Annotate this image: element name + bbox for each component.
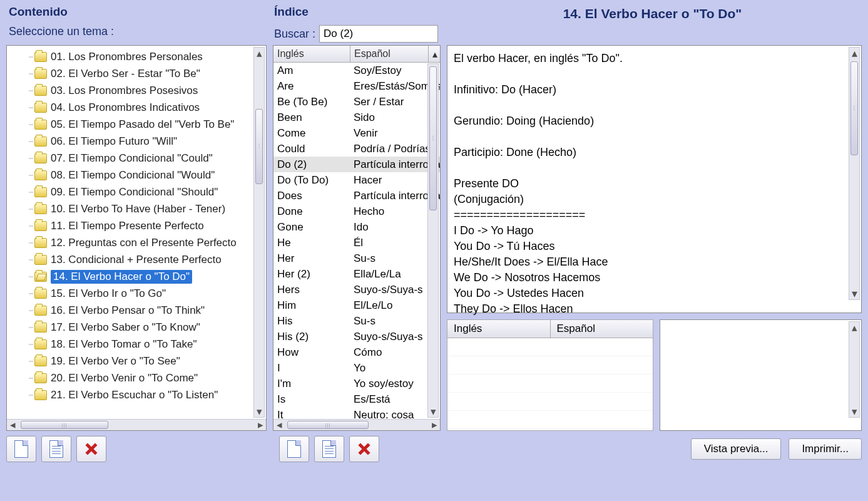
index-row[interactable]: ComeVenir [273,125,440,141]
tree-item[interactable]: ┈08. El Tiempo Condicional "Would" [7,167,266,183]
tree-item[interactable]: ┈02. El Verbo Ser - Estar "To Be" [7,65,266,82]
delete-button-2[interactable] [349,436,379,462]
mini-table[interactable]: Inglés Español [447,319,653,431]
index-row[interactable]: His (2)Suyo-s/Suya-s [273,329,440,344]
tree-item[interactable]: ┈12. Preguntas con el Presente Perfecto [7,234,266,251]
tree-connector-icon: ┈ [19,256,32,264]
x-icon [356,441,372,457]
tree-vertical-scrollbar[interactable]: ▴ ▾ [253,47,265,418]
folder-icon [34,356,47,366]
index-row[interactable]: HowCómo [273,344,440,360]
index-row[interactable]: Be (To Be)Ser / Estar [273,94,440,110]
tree-item[interactable]: ┈06. El Tiempo Futuro "Will" [7,133,266,150]
mini-col-spanish[interactable]: Español [550,319,654,338]
index-cell-en: Gone [273,221,351,234]
folder-icon [34,306,47,316]
index-col-spanish[interactable]: Español [350,46,429,62]
new-doc-button-2[interactable] [279,436,309,462]
index-row[interactable]: ItNeutro: cosa [273,407,440,419]
tree-item[interactable]: ┈18. El Verbo Tomar o "To Take" [7,336,266,353]
index-row[interactable]: HerSu-s [273,250,440,266]
index-row[interactable]: Do (2)Partícula interrogativa [273,157,440,172]
document-icon [14,440,28,458]
mini-col-english[interactable]: Inglés [447,319,550,338]
scroll-up-icon[interactable]: ▴ [254,48,264,59]
search-input[interactable] [319,25,438,43]
tree-connector-icon: ┈ [19,103,32,112]
index-row[interactable]: BeenSido [273,110,440,125]
scroll-left-icon[interactable]: ◂ [273,420,285,430]
index-list[interactable]: Inglés Español ▴ AmSoy/EstoyAreEres/Está… [273,45,441,431]
index-cell-en: I'm [273,378,351,390]
index-row[interactable]: IsEs/Está [273,391,440,407]
index-row[interactable]: HersSuyo-s/Suya-s [273,282,440,297]
scroll-up-icon[interactable]: ▴ [429,46,440,62]
preview-button[interactable]: Vista previa... [691,438,782,460]
index-row[interactable]: AreEres/Estás/Somos [273,78,440,94]
doc-lines-button-2[interactable] [314,436,344,462]
scroll-up-icon[interactable]: ▴ [849,48,859,59]
scroll-down-icon[interactable]: ▾ [849,288,859,299]
tree-item[interactable]: ┈16. El Verbo Pensar o "To Think" [7,302,266,319]
index-row[interactable]: Her (2)Ella/Le/La [273,266,440,282]
tree-item[interactable]: ┈03. Los Pronombres Posesivos [7,82,266,99]
index-cell-es: Suyo-s/Suya-s [351,284,440,296]
index-row[interactable]: Do (To Do)Hacer [273,172,440,188]
index-row[interactable]: DoneHecho [273,204,440,219]
index-cell-en: Are [273,80,351,93]
document-icon [287,440,301,458]
tree-item-label: 08. El Tiempo Condicional "Would" [51,169,215,182]
index-row[interactable]: AmSoy/Estoy [273,63,440,78]
tree-item[interactable]: ┈13. Condicional + Presente Perfecto [7,251,266,268]
tree-item[interactable]: ┈11. El Tiempo Presente Perfecto [7,217,266,234]
tree-item[interactable]: ┈19. El Verbo Ver o "To See" [7,353,266,369]
doc-lines-button[interactable] [41,436,71,462]
index-cell-en: I [273,362,351,374]
scroll-right-icon[interactable]: ▸ [255,420,266,430]
detail-vertical-scrollbar[interactable]: ▴ ▾ [849,321,860,418]
folder-icon [34,238,47,248]
scroll-down-icon[interactable]: ▾ [428,406,438,417]
index-row[interactable]: CouldPodría / Podrías [273,141,440,157]
tree-horizontal-scrollbar[interactable]: ◂ ▸ [7,419,266,430]
index-cell-en: Hers [273,284,351,296]
tree-item-label: 01. Los Pronombres Personales [51,51,203,63]
index-vertical-scrollbar[interactable]: ▾ [427,63,439,418]
tree-item[interactable]: ┈21. El Verbo Escuchar o "To Listen" [7,386,266,403]
folder-icon [34,69,47,79]
tree-connector-icon: ┈ [19,272,32,281]
scroll-up-icon[interactable]: ▴ [849,322,859,333]
index-col-english[interactable]: Inglés [273,46,350,62]
tree-item[interactable]: ┈01. Los Pronombres Personales [7,48,266,65]
index-row[interactable]: HimEl/Le/Lo [273,297,440,313]
index-horizontal-scrollbar[interactable]: ◂ ▸ [273,419,440,430]
index-row[interactable]: HisSu-s [273,313,440,329]
folder-icon [34,170,47,180]
tree-item[interactable]: ┈07. El Tiempo Condicional "Could" [7,150,266,167]
scroll-right-icon[interactable]: ▸ [429,420,440,430]
scroll-left-icon[interactable]: ◂ [7,420,18,430]
tree-item[interactable]: ┈09. El Tiempo Condicional "Should" [7,183,266,200]
index-row[interactable]: DoesPartícula interrogativa [273,188,440,204]
index-row[interactable]: GoneIdo [273,219,440,235]
article-vertical-scrollbar[interactable]: ▴ ▾ [849,47,860,300]
scroll-down-icon[interactable]: ▾ [254,406,264,417]
index-row[interactable]: IYo [273,360,440,376]
new-doc-button[interactable] [6,436,36,462]
index-row[interactable]: HeÉl [273,235,440,250]
tree-item[interactable]: ┈17. El Verbo Saber o "To Know" [7,319,266,336]
print-button[interactable]: Imprimir... [789,438,862,460]
index-row[interactable]: I'mYo soy/estoy [273,376,440,391]
tree-item[interactable]: ┈10. El Verbo To Have (Haber - Tener) [7,200,266,217]
tree-item[interactable]: ┈20. El Verbo Venir o "To Come" [7,369,266,386]
tree-item[interactable]: ┈04. Los Pronombres Indicativos [7,99,266,116]
tree-item-label: 02. El Verbo Ser - Estar "To Be" [51,68,200,80]
index-cell-es: Sido [351,111,440,124]
tree-item[interactable]: ┈15. El Verbo Ir o "To Go" [7,285,266,302]
delete-button[interactable] [76,436,106,462]
contents-tree[interactable]: ┈01. Los Pronombres Personales┈02. El Ve… [6,45,267,431]
tree-item[interactable]: ┈14. El Verbo Hacer o "To Do" [7,268,266,285]
tree-connector-icon: ┈ [19,137,32,146]
tree-item[interactable]: ┈05. El Tiempo Pasado del "Verb To Be" [7,116,266,133]
scroll-down-icon[interactable]: ▾ [849,406,859,417]
